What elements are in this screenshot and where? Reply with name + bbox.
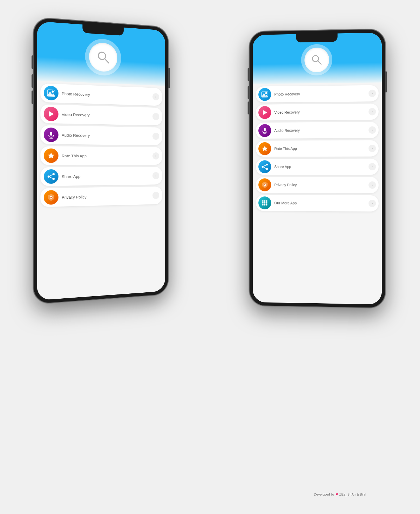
svg-point-30: [266, 168, 268, 170]
rate-icon-svg-right: [261, 145, 269, 152]
photo-chevron-right: ›: [368, 90, 376, 97]
svg-point-2: [52, 91, 54, 93]
svg-point-29: [262, 166, 264, 168]
list-item-privacy-right[interactable]: Privacy Policy ›: [256, 177, 379, 193]
list-item-photo-right[interactable]: Photo Recovery ›: [256, 85, 379, 102]
list-item-share-left[interactable]: Share App ›: [40, 167, 162, 186]
privacy-icon-svg-left: [47, 193, 55, 201]
svg-point-40: [264, 202, 266, 204]
share-chevron-left: ›: [152, 172, 159, 179]
video-icon-svg-right: [261, 109, 269, 116]
svg-point-39: [262, 202, 264, 204]
list-item-video-left[interactable]: Video Recovery ›: [40, 104, 162, 126]
svg-line-1: [104, 59, 109, 63]
phone-left: Photo Recovery › Video Recovery ›: [34, 18, 168, 304]
rate-icon-left: [44, 149, 59, 163]
search-circle-inner-left: [89, 42, 117, 72]
dev-heart: ❤: [335, 492, 338, 496]
audio-chevron-left: ›: [152, 133, 159, 140]
list-item-video-right[interactable]: Video Recovery ›: [256, 104, 379, 121]
svg-point-10: [53, 173, 55, 175]
app-content-left: Photo Recovery › Video Recovery ›: [37, 21, 165, 300]
list-item-privacy-left[interactable]: Privacy Policy ›: [40, 187, 162, 207]
svg-point-41: [266, 202, 268, 204]
search-icon-right: [311, 54, 323, 66]
audio-chevron-right: ›: [368, 126, 376, 134]
privacy-icon-svg-right: [261, 181, 269, 189]
svg-marker-23: [263, 110, 267, 115]
rate-icon-svg-left: [47, 152, 55, 160]
search-circle-outer-left: [85, 38, 121, 76]
list-item-rate-right[interactable]: Rate This App ›: [256, 140, 379, 157]
photo-label-left: Photo Recovery: [62, 91, 152, 99]
privacy-chevron-right: ›: [368, 181, 376, 189]
more-icon-right: [258, 196, 271, 209]
privacy-icon-left: [44, 190, 59, 205]
audio-icon-left: [44, 127, 59, 142]
list-item-audio-right[interactable]: Audio Recovery ›: [256, 122, 379, 139]
svg-rect-6: [50, 132, 52, 136]
svg-line-32: [264, 167, 266, 169]
video-icon-right: [258, 106, 271, 119]
phone-right: Photo Recovery › Video Recovery ›: [250, 29, 385, 308]
svg-marker-21: [262, 93, 268, 97]
svg-marker-5: [49, 111, 54, 117]
share-label-right: Share App: [274, 165, 368, 169]
video-chevron-left: ›: [152, 113, 159, 120]
app-list-right: Photo Recovery › Video Recovery ›: [253, 82, 382, 304]
svg-point-38: [266, 200, 268, 202]
photo-chevron-left: ›: [152, 93, 159, 100]
more-label-right: Our More App: [274, 201, 368, 205]
dev-credit-text: Developed by: [314, 492, 335, 496]
search-circle-inner-right: [304, 47, 329, 72]
privacy-icon-right: [258, 178, 271, 191]
list-item-photo-left[interactable]: Photo Recovery ›: [40, 83, 162, 106]
list-item-share-right[interactable]: Share App ›: [256, 159, 379, 175]
list-item-audio-left[interactable]: Audio Recovery ›: [40, 125, 162, 145]
photo-icon-right: [258, 88, 271, 101]
svg-point-44: [266, 204, 268, 206]
svg-point-36: [262, 200, 264, 202]
phones-container: Photo Recovery › Video Recovery ›: [28, 10, 392, 504]
video-label-right: Video Recovery: [274, 110, 368, 114]
svg-line-13: [50, 175, 52, 176]
privacy-label-right: Privacy Policy: [274, 183, 368, 187]
rate-chevron-left: ›: [152, 152, 159, 159]
phone-left-screen: Photo Recovery › Video Recovery ›: [37, 21, 165, 300]
share-icon-right: [258, 160, 271, 173]
share-icon-left: [44, 169, 59, 184]
video-label-left: Video Recovery: [62, 112, 152, 119]
phone-right-notch: [296, 34, 338, 43]
svg-point-11: [48, 176, 50, 178]
share-label-left: Share App: [62, 174, 152, 179]
audio-icon-svg-right: [261, 127, 269, 134]
svg-point-12: [53, 178, 55, 180]
svg-point-42: [262, 204, 264, 206]
svg-line-19: [318, 61, 321, 65]
dev-names: ZEe_ShAn & Bilal: [339, 492, 366, 496]
app-list-left: Photo Recovery › Video Recovery ›: [37, 80, 165, 300]
audio-icon-svg-left: [47, 131, 55, 139]
video-icon-left: [44, 107, 59, 121]
svg-point-28: [266, 164, 268, 165]
app-content-right: Photo Recovery › Video Recovery ›: [253, 33, 382, 304]
privacy-chevron-left: ›: [152, 192, 159, 199]
more-icon-svg-right: [261, 199, 269, 207]
rate-label-left: Rate This App: [62, 153, 152, 158]
svg-line-14: [50, 177, 52, 178]
svg-point-20: [265, 92, 267, 94]
svg-point-43: [264, 204, 266, 206]
list-item-more-right[interactable]: Our More App ›: [256, 195, 379, 211]
photo-icon-left: [44, 86, 59, 101]
video-chevron-right: ›: [368, 108, 376, 115]
video-icon-svg-left: [47, 110, 55, 118]
svg-rect-24: [264, 128, 266, 131]
rate-chevron-right: ›: [368, 145, 376, 152]
search-icon-left: [96, 50, 110, 65]
audio-label-left: Audio Recovery: [62, 133, 152, 138]
svg-line-31: [264, 165, 266, 166]
list-item-rate-left[interactable]: Rate This App ›: [40, 146, 162, 165]
privacy-label-left: Privacy Policy: [62, 193, 152, 200]
phone-right-screen: Photo Recovery › Video Recovery ›: [253, 33, 382, 304]
rate-icon-right: [258, 142, 271, 155]
